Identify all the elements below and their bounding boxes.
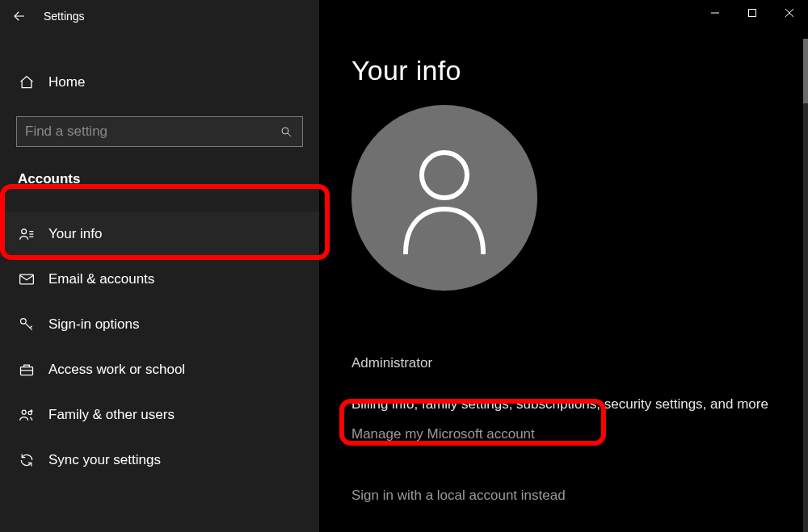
person-icon — [396, 141, 493, 254]
scrollbar-track[interactable] — [803, 39, 808, 532]
mail-icon — [18, 271, 36, 287]
svg-rect-11 — [21, 367, 33, 375]
home-icon — [18, 74, 36, 90]
user-avatar[interactable] — [351, 105, 537, 291]
sidebar-item-home[interactable]: Home — [0, 66, 319, 98]
minimize-button[interactable] — [696, 0, 734, 26]
sidebar: Settings Home Accou — [0, 0, 319, 532]
svg-point-1 — [282, 128, 288, 134]
sidebar-item-your-info[interactable]: Your info — [0, 212, 319, 257]
title-bar: Settings — [0, 0, 319, 32]
sidebar-item-label: Sign-in options — [48, 316, 139, 333]
key-icon — [18, 316, 36, 333]
svg-rect-18 — [749, 10, 756, 17]
sidebar-item-email-accounts[interactable]: Email & accounts — [0, 257, 319, 302]
content-area: Your info Administrator Billing info, fa… — [319, 0, 808, 532]
sidebar-item-label: Family & other users — [48, 407, 175, 423]
svg-point-21 — [422, 153, 467, 198]
search-container — [16, 116, 303, 147]
sidebar-item-label: Your info — [48, 226, 102, 242]
maximize-icon — [747, 8, 757, 18]
svg-rect-7 — [20, 274, 34, 284]
account-role: Administrator — [351, 355, 432, 371]
sidebar-item-label: Access work or school — [48, 362, 185, 378]
briefcase-icon — [18, 362, 36, 378]
arrow-left-icon — [12, 9, 27, 23]
person-card-icon — [18, 226, 36, 242]
window-title: Settings — [44, 10, 85, 23]
sidebar-item-sync-settings[interactable]: Sync your settings — [0, 438, 319, 483]
svg-point-8 — [21, 319, 27, 325]
close-button[interactable] — [771, 0, 808, 26]
search-box[interactable] — [16, 116, 303, 147]
svg-line-2 — [288, 133, 291, 136]
sidebar-section-title: Accounts — [0, 171, 319, 187]
sidebar-item-signin-options[interactable]: Sign-in options — [0, 302, 319, 347]
maximize-button[interactable] — [734, 0, 771, 26]
people-icon — [18, 407, 36, 423]
settings-window: Settings Home Accou — [0, 0, 808, 532]
sync-icon — [18, 452, 36, 468]
minimize-icon — [710, 8, 720, 18]
home-label: Home — [48, 74, 85, 90]
billing-info-text: Billing info, family settings, subscript… — [351, 396, 768, 413]
sidebar-menu: Your info Email & accounts — [0, 212, 319, 483]
svg-point-3 — [22, 229, 27, 234]
local-account-link[interactable]: Sign in with a local account instead — [351, 488, 566, 504]
window-controls — [696, 0, 808, 26]
search-icon — [278, 125, 294, 138]
sidebar-item-label: Sync your settings — [48, 452, 161, 468]
svg-line-10 — [30, 326, 32, 329]
manage-account-link[interactable]: Manage my Microsoft account — [351, 426, 535, 442]
sidebar-item-access-work-school[interactable]: Access work or school — [0, 347, 319, 392]
search-input[interactable] — [25, 124, 278, 140]
back-button[interactable] — [0, 0, 39, 32]
page-heading: Your info — [351, 55, 461, 86]
sidebar-item-family-other-users[interactable]: Family & other users — [0, 392, 319, 438]
scrollbar-thumb[interactable] — [803, 39, 808, 103]
close-icon — [785, 8, 794, 18]
svg-point-13 — [22, 410, 26, 414]
sidebar-item-label: Email & accounts — [48, 271, 154, 287]
